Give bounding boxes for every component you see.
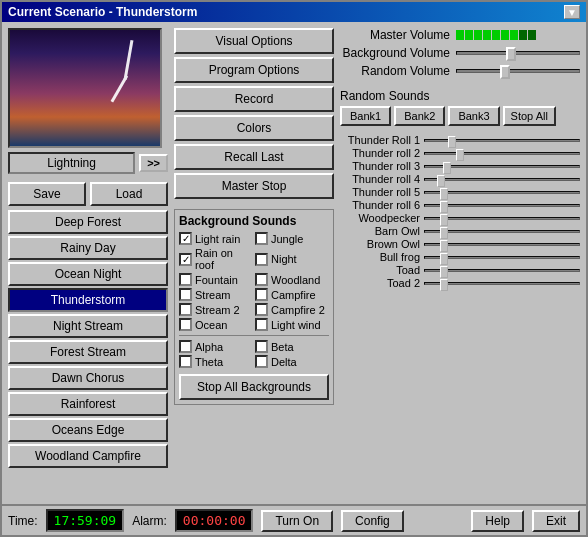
slider-thumb[interactable] bbox=[448, 136, 456, 148]
load-button[interactable]: Load bbox=[90, 182, 168, 206]
config-button[interactable]: Config bbox=[341, 510, 404, 532]
sound-item-campfire-2: Campfire 2 bbox=[255, 303, 329, 316]
checkbox-campfire-2[interactable] bbox=[255, 303, 268, 316]
divider bbox=[179, 335, 329, 336]
help-button[interactable]: Help bbox=[471, 510, 524, 532]
slider-thumb[interactable] bbox=[440, 188, 448, 200]
slider-label: Barn Owl bbox=[340, 225, 420, 237]
checkbox-woodland[interactable] bbox=[255, 273, 268, 286]
slider-thumb[interactable] bbox=[456, 149, 464, 161]
background-sounds-title: Background Sounds bbox=[179, 214, 329, 228]
stop-all-button[interactable]: Stop All bbox=[503, 106, 556, 126]
sound-label: Rain on roof bbox=[195, 247, 253, 271]
slider-track[interactable] bbox=[424, 256, 580, 259]
sound-label: Light wind bbox=[271, 319, 321, 331]
slider-thumb[interactable] bbox=[440, 279, 448, 291]
checkbox-light-wind[interactable] bbox=[255, 318, 268, 331]
slider-track[interactable] bbox=[424, 152, 580, 155]
middle-panel: Visual OptionsProgram OptionsRecordColor… bbox=[174, 28, 334, 498]
random-volume-slider[interactable] bbox=[456, 69, 580, 73]
bank-button-bank3[interactable]: Bank3 bbox=[448, 106, 499, 126]
slider-thumb[interactable] bbox=[440, 266, 448, 278]
slider-thumb[interactable] bbox=[440, 227, 448, 239]
checkbox-theta[interactable] bbox=[179, 355, 192, 368]
bank-button-bank1[interactable]: Bank1 bbox=[340, 106, 391, 126]
scenario-btn-rainforest[interactable]: Rainforest bbox=[8, 392, 168, 416]
navigate-button[interactable]: >> bbox=[139, 154, 168, 172]
scenario-btn-night-stream[interactable]: Night Stream bbox=[8, 314, 168, 338]
sound-item-ocean: Ocean bbox=[179, 318, 253, 331]
scenario-btn-ocean-night[interactable]: Ocean Night bbox=[8, 262, 168, 286]
checkbox-light-rain[interactable] bbox=[179, 232, 192, 245]
program-options-button[interactable]: Program Options bbox=[174, 57, 334, 83]
slider-thumb[interactable] bbox=[443, 162, 451, 174]
sound-label: Light rain bbox=[195, 233, 240, 245]
checkbox-rain-on-roof[interactable] bbox=[179, 253, 192, 266]
slider-track[interactable] bbox=[424, 165, 580, 168]
slider-track[interactable] bbox=[424, 204, 580, 207]
slider-label: Woodpecker bbox=[340, 212, 420, 224]
scenario-btn-oceans-edge[interactable]: Oceans Edge bbox=[8, 418, 168, 442]
background-volume-thumb[interactable] bbox=[506, 47, 516, 61]
checkbox-jungle[interactable] bbox=[255, 232, 268, 245]
checkbox-stream-2[interactable] bbox=[179, 303, 192, 316]
brain-item-alpha: Alpha bbox=[179, 340, 253, 353]
bank-row: Bank1Bank2Bank3Stop All bbox=[340, 106, 580, 126]
scenario-btn-deep-forest[interactable]: Deep Forest bbox=[8, 210, 168, 234]
slider-track[interactable] bbox=[424, 243, 580, 246]
checkbox-night[interactable] bbox=[255, 253, 268, 266]
sound-slider-bull-frog: Bull frog bbox=[340, 251, 580, 263]
sound-item-jungle: Jungle bbox=[255, 232, 329, 245]
random-volume-thumb[interactable] bbox=[500, 65, 510, 79]
slider-thumb[interactable] bbox=[437, 175, 445, 187]
slider-track[interactable] bbox=[424, 282, 580, 285]
master-stop-button[interactable]: Master Stop bbox=[174, 173, 334, 199]
master-volume-row: Master Volume bbox=[340, 28, 580, 42]
slider-track[interactable] bbox=[424, 217, 580, 220]
sound-slider-barn-owl: Barn Owl bbox=[340, 225, 580, 237]
scenario-btn-thunderstorm[interactable]: Thunderstorm bbox=[8, 288, 168, 312]
random-sounds-label: Random Sounds bbox=[340, 89, 580, 103]
slider-thumb[interactable] bbox=[440, 240, 448, 252]
save-button[interactable]: Save bbox=[8, 182, 86, 206]
scenario-btn-woodland-campfire[interactable]: Woodland Campfire bbox=[8, 444, 168, 468]
checkbox-alpha[interactable] bbox=[179, 340, 192, 353]
checkbox-fountain[interactable] bbox=[179, 273, 192, 286]
checkbox-ocean[interactable] bbox=[179, 318, 192, 331]
sound-item-rain-on-roof: Rain on roof bbox=[179, 247, 253, 271]
sound-item-stream-2: Stream 2 bbox=[179, 303, 253, 316]
checkbox-beta[interactable] bbox=[255, 340, 268, 353]
colors-button[interactable]: Colors bbox=[174, 115, 334, 141]
checkbox-campfire[interactable] bbox=[255, 288, 268, 301]
brain-label: Alpha bbox=[195, 341, 223, 353]
slider-track[interactable] bbox=[424, 191, 580, 194]
background-volume-slider[interactable] bbox=[456, 51, 580, 55]
visual-options-button[interactable]: Visual Options bbox=[174, 28, 334, 54]
record-button[interactable]: Record bbox=[174, 86, 334, 112]
brain-item-delta: Delta bbox=[255, 355, 329, 368]
slider-track[interactable] bbox=[424, 178, 580, 181]
slider-thumb[interactable] bbox=[440, 201, 448, 213]
slider-thumb[interactable] bbox=[440, 214, 448, 226]
recall-last-button[interactable]: Recall Last bbox=[174, 144, 334, 170]
scenario-btn-dawn-chorus[interactable]: Dawn Chorus bbox=[8, 366, 168, 390]
scenario-btn-rainy-day[interactable]: Rainy Day bbox=[8, 236, 168, 260]
turn-on-button[interactable]: Turn On bbox=[261, 510, 333, 532]
stop-all-backgrounds-button[interactable]: Stop All Backgrounds bbox=[179, 374, 329, 400]
slider-track[interactable] bbox=[424, 269, 580, 272]
bank-button-bank2[interactable]: Bank2 bbox=[394, 106, 445, 126]
seg3 bbox=[474, 30, 482, 40]
exit-button[interactable]: Exit bbox=[532, 510, 580, 532]
checkbox-delta[interactable] bbox=[255, 355, 268, 368]
master-volume-bar[interactable] bbox=[456, 30, 536, 40]
slider-track[interactable] bbox=[424, 139, 580, 142]
brain-item-beta: Beta bbox=[255, 340, 329, 353]
main-buttons: Visual OptionsProgram OptionsRecordColor… bbox=[174, 28, 334, 199]
checkbox-stream[interactable] bbox=[179, 288, 192, 301]
minimize-button[interactable]: ▼ bbox=[564, 5, 580, 19]
sound-item-fountain: Fountain bbox=[179, 273, 253, 286]
slider-track[interactable] bbox=[424, 230, 580, 233]
sound-item-woodland: Woodland bbox=[255, 273, 329, 286]
slider-thumb[interactable] bbox=[440, 253, 448, 265]
scenario-btn-forest-stream[interactable]: Forest Stream bbox=[8, 340, 168, 364]
